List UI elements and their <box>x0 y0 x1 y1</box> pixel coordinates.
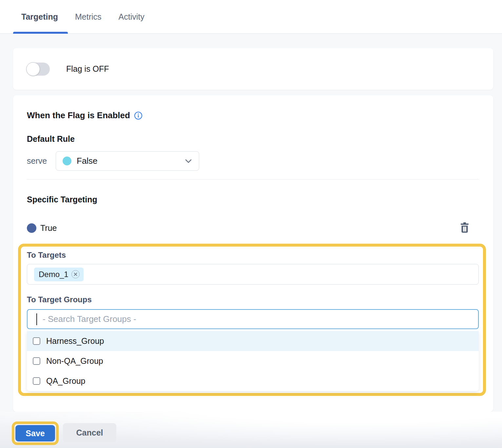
serve-row: serve False <box>27 151 479 171</box>
variation-true-dot <box>27 223 36 233</box>
target-chip-label: Demo_1 <box>39 270 68 279</box>
serve-label: serve <box>27 156 56 166</box>
action-footer: Save Cancel <box>0 412 502 448</box>
cancel-button[interactable]: Cancel <box>63 423 116 442</box>
delete-rule-button[interactable] <box>460 222 470 233</box>
annotation-highlight-box: To Targets Demo_1 To Target Groups <box>18 244 486 396</box>
save-button[interactable]: Save <box>15 425 55 441</box>
active-tab-underline <box>13 32 68 34</box>
target-groups-dropdown: Harness_Group Non-QA_Group QA_Group <box>27 331 479 391</box>
target-groups-search-wrap <box>27 309 479 329</box>
flag-toggle[interactable] <box>27 63 50 76</box>
target-chip: Demo_1 <box>34 268 84 281</box>
chevron-down-icon <box>184 159 192 164</box>
variation-false-dot <box>63 157 71 165</box>
target-group-option-label: Non-QA_Group <box>46 356 103 366</box>
specific-targeting-heading: Specific Targeting <box>27 195 479 204</box>
to-target-groups-label: To Target Groups <box>27 295 479 304</box>
page-body: Flag is OFF When the Flag is Enabled Def… <box>0 34 502 412</box>
tab-targeting[interactable]: Targeting <box>21 12 58 22</box>
targets-input[interactable]: Demo_1 <box>27 264 479 285</box>
target-group-option-label: QA_Group <box>46 376 86 386</box>
default-rule-heading: Default Rule <box>27 134 479 144</box>
checkbox[interactable] <box>33 357 40 365</box>
section-divider <box>27 179 479 179</box>
tab-bar: Targeting Metrics Activity <box>0 0 502 34</box>
checkbox[interactable] <box>33 337 40 345</box>
when-flag-enabled-title: When the Flag is Enabled <box>27 110 130 121</box>
flag-state-label: Flag is OFF <box>66 64 109 74</box>
target-group-option[interactable]: Non-QA_Group <box>27 351 479 371</box>
target-group-option[interactable]: Harness_Group <box>27 331 479 351</box>
default-variation-value: False <box>77 156 184 166</box>
section-title-row: When the Flag is Enabled <box>27 110 479 121</box>
toggle-knob <box>26 62 40 76</box>
annotation-highlight-save: Save <box>12 421 59 445</box>
remove-target-icon[interactable] <box>71 270 80 278</box>
target-group-option[interactable]: QA_Group <box>27 371 479 391</box>
checkbox[interactable] <box>33 377 40 385</box>
variation-true-label: True <box>40 223 57 233</box>
tab-metrics[interactable]: Metrics <box>75 12 102 22</box>
info-icon[interactable] <box>134 111 143 120</box>
target-groups-search-input[interactable] <box>27 309 479 329</box>
text-caret <box>36 313 37 325</box>
target-group-option-label: Harness_Group <box>46 336 104 346</box>
default-variation-select[interactable]: False <box>56 151 199 171</box>
tab-activity[interactable]: Activity <box>119 12 145 22</box>
flag-state-card: Flag is OFF <box>13 48 493 90</box>
true-variation-row: True <box>27 222 479 233</box>
to-targets-label: To Targets <box>27 251 479 260</box>
targeting-rules-card: When the Flag is Enabled Default Rule se… <box>13 95 493 412</box>
